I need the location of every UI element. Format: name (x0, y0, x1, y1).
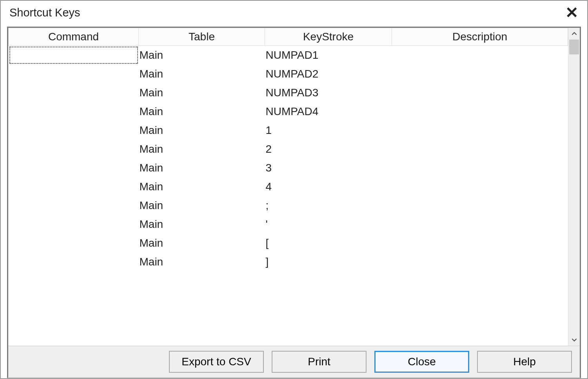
col-header-table[interactable]: Table (139, 28, 265, 46)
cell-keystroke[interactable]: 3 (265, 159, 392, 177)
table-row[interactable]: Main1 (9, 121, 568, 140)
shortcut-table: Command Table KeyStroke Description Main… (8, 28, 568, 271)
cell-table[interactable]: Main (139, 177, 265, 196)
cell-command[interactable] (9, 196, 139, 215)
col-header-command[interactable]: Command (9, 28, 139, 46)
cell-description[interactable] (392, 102, 568, 121)
export-csv-button[interactable]: Export to CSV (169, 351, 264, 373)
cell-description[interactable] (392, 234, 568, 253)
table-row[interactable]: Main[ (9, 234, 568, 253)
cell-table[interactable]: Main (139, 196, 265, 215)
cell-table[interactable]: Main (139, 102, 265, 121)
cell-keystroke[interactable]: 2 (265, 140, 392, 159)
scroll-thumb[interactable] (569, 40, 579, 54)
table-header-row: Command Table KeyStroke Description (9, 28, 568, 46)
print-button[interactable]: Print (272, 351, 367, 373)
cell-keystroke[interactable]: [ (265, 234, 392, 253)
cell-command[interactable] (9, 46, 139, 65)
close-icon[interactable]: ✕ (564, 5, 580, 20)
cell-command[interactable] (9, 159, 139, 177)
scroll-track[interactable] (568, 40, 580, 334)
cell-table[interactable]: Main (139, 215, 265, 234)
cell-table[interactable]: Main (139, 65, 265, 83)
cell-table[interactable]: Main (139, 46, 265, 65)
cell-table[interactable]: Main (139, 140, 265, 159)
cell-command[interactable] (9, 121, 139, 140)
chevron-down-icon (572, 337, 577, 343)
cell-keystroke[interactable]: NUMPAD3 (265, 83, 392, 102)
cell-description[interactable] (392, 83, 568, 102)
cell-description[interactable] (392, 215, 568, 234)
help-button[interactable]: Help (477, 351, 572, 373)
cell-description[interactable] (392, 159, 568, 177)
chevron-up-icon (572, 31, 577, 36)
cell-keystroke[interactable]: 4 (265, 177, 392, 196)
dialog-title: Shortcut Keys (9, 6, 80, 19)
cell-table[interactable]: Main (139, 159, 265, 177)
cell-command[interactable] (9, 253, 139, 271)
table-row[interactable]: Main' (9, 215, 568, 234)
cell-table[interactable]: Main (139, 121, 265, 140)
table-row[interactable]: Main2 (9, 140, 568, 159)
cell-keystroke[interactable]: ] (265, 253, 392, 271)
table-row[interactable]: MainNUMPAD2 (9, 65, 568, 83)
table-row[interactable]: Main3 (9, 159, 568, 177)
table-row[interactable]: MainNUMPAD1 (9, 46, 568, 65)
cell-command[interactable] (9, 234, 139, 253)
cell-keystroke[interactable]: NUMPAD4 (265, 102, 392, 121)
table-wrap: Command Table KeyStroke Description Main… (8, 28, 580, 346)
col-header-description[interactable]: Description (392, 28, 568, 46)
cell-command[interactable] (9, 177, 139, 196)
cell-keystroke[interactable]: 1 (265, 121, 392, 140)
cell-keystroke[interactable]: ; (265, 196, 392, 215)
cell-command[interactable] (9, 102, 139, 121)
cell-description[interactable] (392, 196, 568, 215)
cell-command[interactable] (9, 65, 139, 83)
content-frame: Command Table KeyStroke Description Main… (7, 27, 581, 378)
scroll-up-button[interactable] (569, 28, 580, 40)
table-row[interactable]: Main; (9, 196, 568, 215)
cell-command[interactable] (9, 140, 139, 159)
cell-description[interactable] (392, 253, 568, 271)
button-bar: Export to CSV Print Close Help (8, 346, 580, 377)
col-header-keystroke[interactable]: KeyStroke (265, 28, 392, 46)
close-button[interactable]: Close (374, 351, 469, 373)
cell-keystroke[interactable]: ' (265, 215, 392, 234)
cell-keystroke[interactable]: NUMPAD1 (265, 46, 392, 65)
cell-description[interactable] (392, 46, 568, 65)
table-row[interactable]: MainNUMPAD3 (9, 83, 568, 102)
cell-description[interactable] (392, 177, 568, 196)
cell-keystroke[interactable]: NUMPAD2 (265, 65, 392, 83)
titlebar: Shortcut Keys ✕ (1, 1, 587, 24)
table-row[interactable]: MainNUMPAD4 (9, 102, 568, 121)
scroll-down-button[interactable] (569, 334, 580, 346)
cell-table[interactable]: Main (139, 253, 265, 271)
cell-table[interactable]: Main (139, 234, 265, 253)
shortcut-keys-dialog: Shortcut Keys ✕ Command Table (0, 0, 588, 379)
cell-command[interactable] (9, 83, 139, 102)
table-scroll-region[interactable]: Command Table KeyStroke Description Main… (8, 28, 568, 346)
cell-description[interactable] (392, 140, 568, 159)
cell-description[interactable] (392, 65, 568, 83)
cell-description[interactable] (392, 121, 568, 140)
cell-command[interactable] (9, 215, 139, 234)
table-body: MainNUMPAD1MainNUMPAD2MainNUMPAD3MainNUM… (9, 46, 568, 272)
vertical-scrollbar[interactable] (568, 28, 580, 346)
table-row[interactable]: Main4 (9, 177, 568, 196)
cell-table[interactable]: Main (139, 83, 265, 102)
table-row[interactable]: Main] (9, 253, 568, 271)
